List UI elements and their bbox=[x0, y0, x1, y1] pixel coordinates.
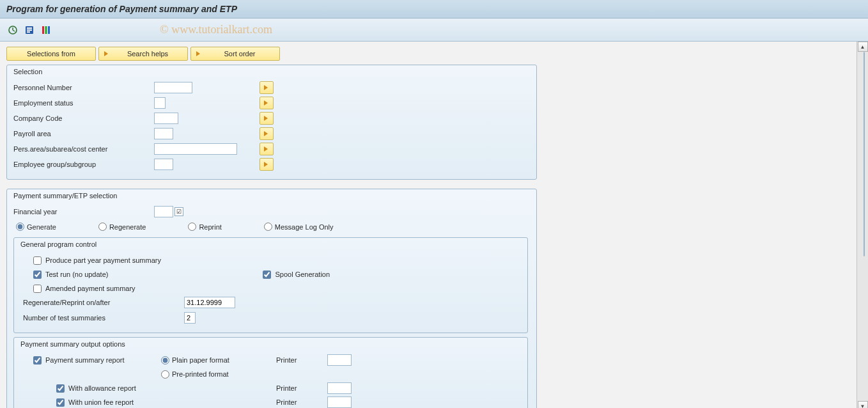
spool-generation-checkbox[interactable]: Spool Generation bbox=[263, 271, 330, 279]
scroll-up-button[interactable]: ▲ bbox=[858, 42, 868, 52]
test-run-checkbox[interactable]: Test run (no update) bbox=[33, 271, 108, 279]
general-program-control-group: General program control Produce part yea… bbox=[13, 237, 528, 333]
generate-radio[interactable]: Generate bbox=[16, 223, 56, 231]
payroll-area-input[interactable] bbox=[154, 128, 173, 139]
with-allowance-label: With allowance report bbox=[68, 384, 136, 392]
financial-year-input[interactable] bbox=[154, 206, 173, 217]
payment-summary-report-label: Payment summary report bbox=[45, 356, 124, 364]
generate-radio-input[interactable] bbox=[16, 223, 24, 231]
work-area: Selections from Search helps Sort order … bbox=[0, 42, 856, 408]
amended-summary-input[interactable] bbox=[33, 285, 42, 293]
employment-status-input[interactable] bbox=[154, 97, 166, 109]
svg-rect-6 bbox=[27, 31, 30, 33]
svg-rect-5 bbox=[27, 29, 32, 31]
plain-paper-radio-input[interactable] bbox=[161, 356, 169, 365]
reprint-radio[interactable]: Reprint bbox=[188, 223, 221, 231]
printer-input-2[interactable] bbox=[327, 382, 352, 394]
with-allowance-input[interactable] bbox=[56, 384, 65, 393]
arrow-right-icon bbox=[194, 49, 204, 59]
output-options-group: Payment summary output options Payment s… bbox=[13, 337, 528, 408]
page-title: Program for generation of Payment summar… bbox=[6, 4, 237, 14]
output-legend: Payment summary output options bbox=[20, 338, 521, 353]
personnel-number-label: Personnel Number bbox=[13, 84, 154, 91]
message-log-radio[interactable]: Message Log Only bbox=[264, 223, 334, 231]
search-helps-button[interactable]: Search helps bbox=[98, 47, 188, 61]
app-toolbar bbox=[0, 19, 868, 42]
search-helps-label: Search helps bbox=[127, 50, 168, 58]
test-run-label: Test run (no update) bbox=[45, 271, 108, 278]
payment-summary-report-checkbox[interactable]: Payment summary report bbox=[33, 356, 124, 365]
payroll-area-multi-button[interactable] bbox=[260, 127, 274, 140]
scroll-thumb[interactable] bbox=[864, 52, 865, 256]
scroll-down-button[interactable]: ▼ bbox=[858, 401, 868, 408]
printer-input-1[interactable] bbox=[327, 354, 352, 366]
variant-icon[interactable] bbox=[23, 24, 36, 36]
regen-date-label: Regenerate/Reprint on/after bbox=[23, 299, 184, 306]
amended-summary-checkbox[interactable]: Amended payment summary bbox=[33, 285, 136, 293]
produce-part-year-input[interactable] bbox=[33, 256, 42, 265]
personnel-number-input[interactable] bbox=[154, 82, 192, 93]
plain-paper-radio-label: Plain paper format bbox=[172, 356, 229, 364]
message-log-radio-input[interactable] bbox=[264, 223, 272, 231]
company-code-input[interactable] bbox=[154, 113, 178, 124]
pers-area-multi-button[interactable] bbox=[260, 143, 274, 155]
plain-paper-radio[interactable]: Plain paper format bbox=[161, 356, 229, 365]
pers-area-input[interactable] bbox=[154, 143, 237, 155]
svg-line-2 bbox=[13, 30, 15, 31]
num-test-input[interactable] bbox=[184, 312, 196, 324]
printer-label-1: Printer bbox=[276, 356, 327, 364]
mode-radio-group: Generate Regenerate Reprint Message Log … bbox=[13, 220, 530, 233]
company-code-label: Company Code bbox=[13, 114, 154, 122]
svg-rect-9 bbox=[48, 26, 50, 34]
regenerate-radio[interactable]: Regenerate bbox=[98, 223, 146, 231]
reprint-radio-label: Reprint bbox=[199, 223, 221, 231]
preprinted-radio[interactable]: Pre-printed format bbox=[161, 370, 229, 379]
printer-input-3[interactable] bbox=[327, 396, 352, 408]
produce-part-year-label: Produce part year payment summary bbox=[45, 256, 161, 264]
spool-generation-input[interactable] bbox=[263, 271, 271, 279]
with-union-label: With union fee report bbox=[68, 398, 134, 406]
sort-order-label: Sort order bbox=[224, 50, 256, 58]
printer-label-2: Printer bbox=[276, 384, 327, 392]
with-union-input[interactable] bbox=[56, 398, 65, 407]
spool-generation-label: Spool Generation bbox=[275, 271, 330, 278]
message-log-radio-label: Message Log Only bbox=[275, 223, 334, 231]
svg-rect-8 bbox=[45, 26, 47, 34]
printer-label-3: Printer bbox=[276, 398, 327, 406]
color-legend-icon[interactable] bbox=[40, 24, 52, 36]
payroll-area-label: Payroll area bbox=[13, 130, 154, 137]
preprinted-radio-input[interactable] bbox=[161, 370, 169, 379]
test-run-input[interactable] bbox=[33, 271, 42, 279]
regenerate-radio-input[interactable] bbox=[98, 223, 107, 231]
employee-group-input[interactable] bbox=[154, 159, 173, 170]
selection-legend: Selection bbox=[13, 65, 530, 81]
company-code-multi-button[interactable] bbox=[260, 112, 274, 125]
vertical-scrollbar[interactable]: ▲ ▼ bbox=[856, 42, 868, 408]
etp-legend: Payment summary/ETP selection bbox=[13, 189, 530, 205]
reprint-radio-input[interactable] bbox=[188, 223, 196, 231]
svg-rect-7 bbox=[42, 26, 44, 34]
personnel-number-multi-button[interactable] bbox=[260, 81, 274, 94]
selections-from-label: Selections from bbox=[27, 50, 75, 58]
action-button-row: Selections from Search helps Sort order bbox=[6, 47, 850, 61]
employment-status-label: Employment status bbox=[13, 99, 154, 107]
payment-summary-report-input[interactable] bbox=[33, 356, 42, 365]
with-union-checkbox[interactable]: With union fee report bbox=[56, 398, 134, 407]
regen-date-input[interactable] bbox=[184, 297, 235, 308]
selection-group: Selection Personnel Number Employment st… bbox=[6, 65, 537, 180]
pers-area-label: Pers.area/subarea/cost center bbox=[13, 145, 154, 153]
general-legend: General program control bbox=[20, 238, 521, 253]
with-allowance-checkbox[interactable]: With allowance report bbox=[56, 384, 136, 393]
sort-order-button[interactable]: Sort order bbox=[190, 47, 280, 61]
employee-group-multi-button[interactable] bbox=[260, 158, 274, 171]
regenerate-radio-label: Regenerate bbox=[109, 223, 146, 231]
selections-from-button[interactable]: Selections from bbox=[6, 47, 96, 61]
produce-part-year-checkbox[interactable]: Produce part year payment summary bbox=[33, 256, 161, 265]
employment-status-multi-button[interactable] bbox=[260, 97, 274, 109]
etp-selection-group: Payment summary/ETP selection Financial … bbox=[6, 189, 537, 408]
execute-icon[interactable] bbox=[6, 24, 19, 36]
employee-group-label: Employee group/subgroup bbox=[13, 161, 154, 168]
search-help-icon[interactable]: ☑ bbox=[174, 207, 183, 216]
svg-rect-4 bbox=[27, 27, 32, 29]
preprinted-radio-label: Pre-printed format bbox=[172, 370, 229, 378]
